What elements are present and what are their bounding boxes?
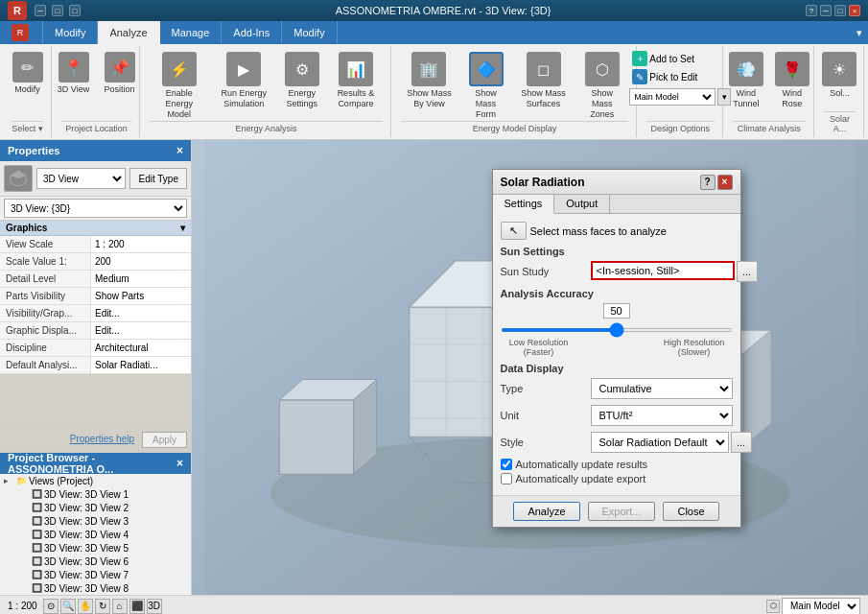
location-btn[interactable]: 📍 3D View — [53, 50, 95, 97]
visibility-label: Visibility/Grap... — [0, 305, 91, 321]
title-restore-btn[interactable]: □ — [834, 5, 846, 16]
select-faces-btn[interactable]: ↖ — [501, 222, 527, 240]
solar-radiation-dialog: Solar Radiation ? × Settings Output ↖ — [492, 169, 741, 528]
fit-icon[interactable]: ⬛ — [129, 599, 145, 614]
style-select[interactable]: Solar Radiation Default — [591, 432, 729, 453]
view-scale-label: View Scale — [0, 236, 91, 252]
show-mass-zones-btn[interactable]: ⬡ Show Mass Zones — [576, 50, 628, 121]
prop-type-dropdown[interactable]: 3D View — [36, 168, 126, 189]
export-btn[interactable]: Export... — [588, 502, 656, 521]
project-browser-close-btn[interactable]: × — [176, 457, 183, 470]
run-energy-btn[interactable]: ▶ Run Energy Simulation — [213, 50, 275, 111]
maximize-btn[interactable]: □ — [69, 5, 81, 16]
parts-visibility-value[interactable]: Show Parts — [91, 288, 191, 304]
add-to-set-label: Add to Set — [649, 54, 694, 64]
tree-root[interactable]: ▸ 📁 Views (Project) — [0, 474, 191, 487]
model-dropdown[interactable]: Main Model — [782, 598, 860, 614]
tree-item-8[interactable]: 🔲 3D View: 3D View 8 — [0, 581, 191, 595]
type-label: Type — [501, 383, 587, 394]
show-mass-surfaces-btn[interactable]: ◻ Show Mass Surfaces — [514, 50, 573, 111]
auto-update-checkbox[interactable] — [501, 459, 512, 470]
show-mass-btn[interactable]: 🔷 Show Mass Form — [461, 50, 511, 121]
graphics-section[interactable]: Graphics ▾ — [0, 221, 191, 236]
sun-study-input[interactable] — [591, 261, 735, 280]
main-layout: Properties × 3D View Edit Type 3D View: … — [0, 140, 868, 595]
wind-rose-label: Wind Rose — [775, 88, 809, 109]
dialog-tab-settings[interactable]: Settings — [493, 195, 555, 214]
title-close-btn[interactable]: × — [849, 5, 860, 16]
unit-select[interactable]: BTU/ft² kWh/m² W/m² — [591, 405, 733, 426]
wind-rose-btn[interactable]: 🌹 Wind Rose — [771, 50, 813, 111]
position-btn[interactable]: 📌 Position — [99, 50, 141, 97]
tree-item-2[interactable]: 🔲 3D View: 3D View 2 — [0, 501, 191, 514]
prop-footer: Properties help Apply — [0, 427, 191, 452]
tree-item-3[interactable]: 🔲 3D View: 3D View 3 — [0, 514, 191, 528]
ribbon-group-design: + Add to Set ✎ Pick to Edit Main Model ▾ — [639, 46, 723, 137]
apply-btn[interactable]: Apply — [142, 432, 187, 448]
dialog-help-btn[interactable]: ? — [700, 175, 716, 190]
bottom-bar2: 1 : 200 ⊙ 🔍 ✋ ↻ ⌂ ⬛ 3D ⬡ Main Model — [0, 595, 868, 614]
wind-tunnel-btn[interactable]: 💨 Wind Tunnel — [725, 50, 767, 111]
type-select[interactable]: Cumulative Peak Average — [591, 378, 733, 399]
tree-view-icon-7: 🔲 — [31, 569, 42, 580]
tab-manage[interactable]: Manage — [160, 21, 223, 44]
main-model-dropdown[interactable]: Main Model — [629, 88, 716, 106]
solar-btn[interactable]: ☀ Sol... — [818, 50, 860, 101]
tab-analyze[interactable]: Analyze — [98, 21, 159, 44]
add-to-set-btn[interactable]: + Add to Set — [629, 50, 697, 67]
tab-addins[interactable]: Add-Ins — [222, 21, 282, 44]
ribbon-group-project-location-items: 📍 3D View 📌 Position — [53, 50, 141, 121]
style-browse-btn[interactable]: ... — [731, 432, 752, 453]
ribbon-content: ✏ Modify Select ▾ 📍 3D View 📌 Position P… — [0, 44, 868, 139]
analyze-btn[interactable]: Analyze — [513, 502, 579, 521]
default-analysis-label: Default Analysi... — [0, 357, 91, 373]
slider-low-label: Low Resolution (Faster) — [501, 338, 577, 357]
tree-item-4[interactable]: 🔲 3D View: 3D View 4 — [0, 528, 191, 541]
mass-view-btn[interactable]: 🏢 Show Mass By View — [401, 50, 457, 111]
detail-level-value[interactable]: Medium — [91, 271, 191, 287]
orbit-icon[interactable]: ↻ — [95, 599, 110, 614]
view-dropdown[interactable]: 3D View: {3D} — [4, 199, 187, 218]
default-analysis-value[interactable]: Solar Radiati... — [91, 357, 191, 373]
tree-item-1[interactable]: 🔲 3D View: 3D View 1 — [0, 487, 191, 501]
nav-wheel-icon[interactable]: ⊙ — [43, 599, 59, 614]
cursor-icon: ↖ — [509, 224, 518, 237]
accuracy-slider[interactable] — [501, 328, 733, 332]
ribbon-collapse-btn[interactable]: ▾ — [856, 27, 862, 39]
title-minimize-btn[interactable]: ─ — [820, 5, 832, 16]
tree-item-6[interactable]: 🔲 3D View: 3D View 6 — [0, 555, 191, 568]
dialog-close-btn[interactable]: × — [717, 175, 733, 190]
edit-type-btn[interactable]: Edit Type — [129, 168, 187, 189]
restore-btn[interactable]: □ — [52, 5, 63, 16]
energy-settings-btn[interactable]: ⚙ Energy Settings — [279, 50, 325, 111]
zoom-icon[interactable]: 🔍 — [60, 599, 76, 614]
minimize-btn[interactable]: ─ — [35, 5, 46, 16]
sun-study-browse-btn[interactable]: ... — [737, 261, 758, 282]
tab-modify2[interactable]: Modify — [282, 21, 337, 44]
discipline-value[interactable]: Architectural — [91, 340, 191, 356]
tab-file[interactable]: R — [0, 21, 43, 44]
3d-icon[interactable]: 3D — [147, 599, 162, 614]
energy-settings-label: Energy Settings — [283, 88, 321, 109]
enable-energy-btn[interactable]: ⚡ Enable Energy Model — [150, 50, 209, 121]
pick-to-edit-btn[interactable]: ✎ Pick to Edit — [629, 68, 700, 85]
properties-close-btn[interactable]: × — [176, 144, 183, 157]
graphic-display-value[interactable]: Edit... — [91, 322, 191, 339]
home-icon[interactable]: ⌂ — [112, 599, 128, 614]
auto-export-checkbox[interactable] — [501, 473, 512, 484]
close-dialog-btn[interactable]: Close — [663, 502, 718, 521]
modify-btn[interactable]: ✏ Modify — [9, 50, 47, 97]
results-btn[interactable]: 📊 Results & Compare — [329, 50, 384, 111]
pan-icon[interactable]: ✋ — [78, 599, 93, 614]
tab-modify[interactable]: Modify — [43, 21, 98, 44]
tree-item-7[interactable]: 🔲 3D View: 3D View 7 — [0, 568, 191, 581]
main-viewport[interactable]: Solar Radiation ? × Settings Output ↖ — [192, 140, 868, 595]
properties-help-link[interactable]: Properties help — [66, 432, 138, 448]
tree-item-5[interactable]: 🔲 3D View: 3D View 5 — [0, 541, 191, 555]
dialog-tab-output[interactable]: Output — [554, 195, 610, 213]
help-btn[interactable]: ? — [806, 5, 817, 16]
visibility-value[interactable]: Edit... — [91, 305, 191, 321]
show-mass-surfaces-label: Show Mass Surfaces — [518, 88, 569, 109]
scale-value-input[interactable]: 200 — [91, 253, 191, 270]
position-icon: 📌 — [105, 52, 135, 83]
